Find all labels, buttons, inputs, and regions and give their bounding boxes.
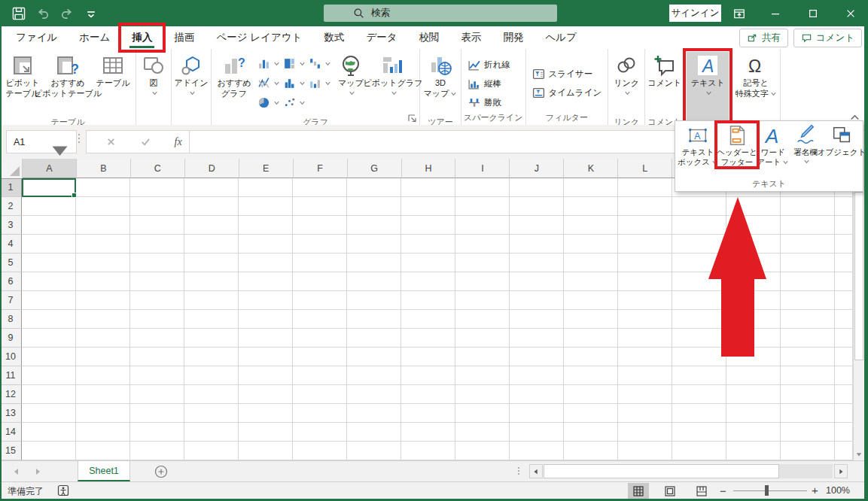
previous-sheet-icon[interactable] xyxy=(11,466,23,478)
cell-G2[interactable] xyxy=(347,197,401,216)
ribbon-button-図[interactable]: 図 xyxy=(139,52,169,117)
cell-B1[interactable] xyxy=(76,178,130,197)
column-header-H[interactable]: H xyxy=(402,159,456,178)
cell-K4[interactable] xyxy=(564,235,618,254)
name-box-dropdown-icon[interactable] xyxy=(47,137,73,147)
cell-F3[interactable] xyxy=(293,216,347,235)
column-header-B[interactable]: B xyxy=(77,159,131,178)
cell-D11[interactable] xyxy=(184,366,239,385)
row-header-8[interactable]: 8 xyxy=(0,310,22,329)
row-header-6[interactable]: 6 xyxy=(0,272,22,291)
cell-B13[interactable] xyxy=(76,404,130,423)
cell-N5[interactable] xyxy=(726,254,781,272)
cell-N3[interactable] xyxy=(726,216,781,235)
cell-F6[interactable] xyxy=(293,272,347,291)
tab-ヘルプ[interactable]: ヘルプ xyxy=(536,26,586,49)
cell-L4[interactable] xyxy=(618,235,672,254)
cell-C14[interactable] xyxy=(130,423,184,442)
cell-C5[interactable] xyxy=(130,254,184,272)
ribbon-button-スライサー[interactable]: スライサー xyxy=(528,65,597,84)
ribbon-button-おすすめ-グラフ[interactable]: ?おすすめグラフ xyxy=(214,52,254,117)
cell-J3[interactable] xyxy=(510,216,564,235)
ribbon-button-ピボット-テーブル[interactable]: ピボットテーブル xyxy=(2,52,43,117)
cell-K5[interactable] xyxy=(564,254,618,272)
cell-J9[interactable] xyxy=(510,329,564,348)
cell-A8[interactable] xyxy=(22,310,76,329)
cell-J7[interactable] xyxy=(510,291,564,310)
cell-A5[interactable] xyxy=(22,254,76,272)
cell-K8[interactable] xyxy=(564,310,618,329)
cell-D4[interactable] xyxy=(184,235,239,254)
tab-データ[interactable]: データ xyxy=(356,26,407,49)
cell-E8[interactable] xyxy=(239,310,293,329)
cell-G11[interactable] xyxy=(347,366,401,385)
cell-E4[interactable] xyxy=(239,235,293,254)
cell-C1[interactable] xyxy=(130,178,184,197)
cell-L2[interactable] xyxy=(618,197,672,216)
cell-E9[interactable] xyxy=(239,329,293,348)
cell-L11[interactable] xyxy=(618,366,672,385)
cell-I9[interactable] xyxy=(455,329,510,348)
cell-J10[interactable] xyxy=(510,348,564,366)
cell-P5[interactable] xyxy=(835,254,853,272)
cell-F12[interactable] xyxy=(293,385,347,404)
cell-L9[interactable] xyxy=(618,329,672,348)
cell-O5[interactable] xyxy=(781,254,835,272)
cell-C12[interactable] xyxy=(130,385,184,404)
cell-C3[interactable] xyxy=(130,216,184,235)
cell-D1[interactable] xyxy=(184,178,239,197)
ribbon-button-ピボットグラフ[interactable]: ピボットグラフ xyxy=(369,52,417,117)
select-all-corner[interactable] xyxy=(0,159,23,179)
zoom-level[interactable]: 100% xyxy=(826,485,850,496)
cell-J6[interactable] xyxy=(510,272,564,291)
cell-O9[interactable] xyxy=(781,329,835,348)
cell-M4[interactable] xyxy=(672,235,726,254)
ribbon-button-テーブル[interactable]: テーブル xyxy=(93,52,133,117)
chart-type-button-chart-pie-icon[interactable] xyxy=(256,93,282,112)
cell-M10[interactable] xyxy=(672,348,726,366)
chart-type-button-chart-line-icon[interactable] xyxy=(256,73,282,93)
cell-J12[interactable] xyxy=(510,385,564,404)
name-box[interactable]: A1 xyxy=(6,130,77,153)
cell-O7[interactable] xyxy=(781,291,835,310)
row-header-9[interactable]: 9 xyxy=(0,329,22,348)
cell-K13[interactable] xyxy=(564,404,618,423)
cell-G13[interactable] xyxy=(347,404,401,423)
cell-J1[interactable] xyxy=(510,178,564,197)
cell-C2[interactable] xyxy=(130,197,184,216)
accessibility-checker-icon[interactable] xyxy=(57,484,69,496)
cell-N4[interactable] xyxy=(726,235,781,254)
cell-E12[interactable] xyxy=(239,385,293,404)
cell-H4[interactable] xyxy=(401,235,455,254)
cell-O11[interactable] xyxy=(781,366,835,385)
cell-M9[interactable] xyxy=(672,329,726,348)
column-header-I[interactable]: I xyxy=(455,159,510,178)
column-header-L[interactable]: L xyxy=(618,159,672,178)
cell-O12[interactable] xyxy=(781,385,835,404)
cell-K3[interactable] xyxy=(564,216,618,235)
row-header-4[interactable]: 4 xyxy=(0,235,22,254)
row-header-5[interactable]: 5 xyxy=(0,254,22,272)
row-header-12[interactable]: 12 xyxy=(0,385,22,404)
column-header-C[interactable]: C xyxy=(131,159,185,178)
cell-F11[interactable] xyxy=(293,366,347,385)
cell-F14[interactable] xyxy=(293,423,347,442)
cell-I5[interactable] xyxy=(455,254,510,272)
cell-O10[interactable] xyxy=(781,348,835,366)
cell-P14[interactable] xyxy=(835,423,853,442)
cell-M11[interactable] xyxy=(672,366,726,385)
cell-N15[interactable] xyxy=(726,442,781,460)
cell-C7[interactable] xyxy=(130,291,184,310)
minimize-button[interactable] xyxy=(758,0,793,26)
cell-D3[interactable] xyxy=(184,216,239,235)
cell-K14[interactable] xyxy=(564,423,618,442)
cell-F15[interactable] xyxy=(293,442,347,460)
cell-H7[interactable] xyxy=(401,291,455,310)
cell-F13[interactable] xyxy=(293,404,347,423)
cell-H10[interactable] xyxy=(401,348,455,366)
scroll-down-button[interactable] xyxy=(854,448,864,460)
row-header-1[interactable]: 1 xyxy=(0,178,22,197)
column-header-E[interactable]: E xyxy=(239,159,294,178)
cell-B4[interactable] xyxy=(76,235,130,254)
comments-button[interactable]: コメント xyxy=(793,29,862,47)
